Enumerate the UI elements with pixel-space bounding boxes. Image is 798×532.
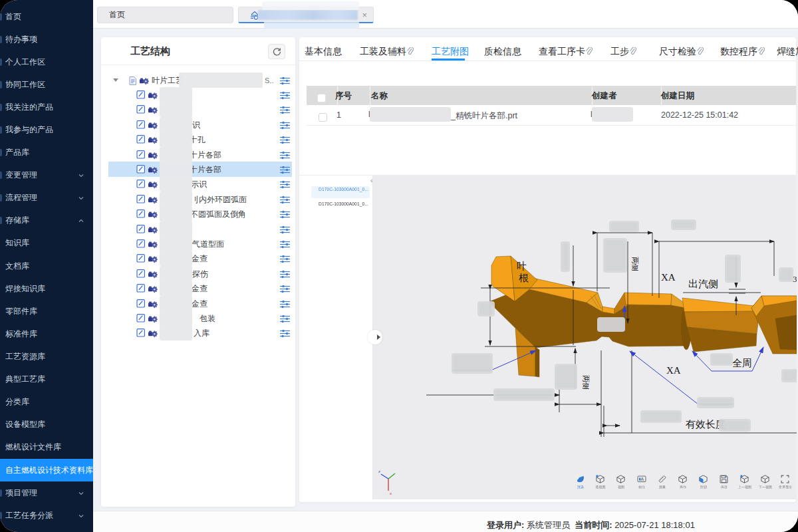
svg-text:全周: 全周 bbox=[732, 358, 752, 368]
svg-text:两侧: 两侧 bbox=[631, 257, 639, 271]
svg-text:出汽侧: 出汽侧 bbox=[688, 279, 718, 289]
svg-text:z: z bbox=[378, 469, 380, 473]
svg-text:两侧: 两侧 bbox=[582, 375, 590, 390]
svg-text:x: x bbox=[390, 491, 392, 495]
svg-text:根: 根 bbox=[519, 273, 529, 283]
svg-text:XA: XA bbox=[661, 272, 676, 283]
svg-text:XA: XA bbox=[666, 365, 681, 376]
svg-text:叶: 叶 bbox=[517, 261, 527, 271]
svg-text:A: A bbox=[641, 477, 644, 481]
